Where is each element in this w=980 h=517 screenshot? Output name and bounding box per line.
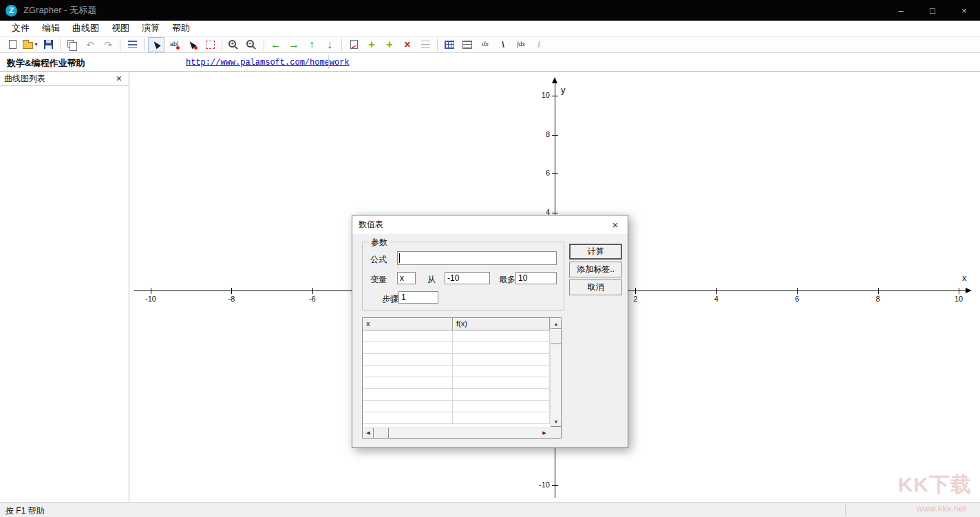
menu-item-graph[interactable]: 曲线图 — [66, 21, 105, 36]
table-header-x[interactable]: x — [363, 318, 453, 330]
add-graph-button[interactable]: + — [363, 37, 380, 52]
dialog-title-bar[interactable]: 数值表 × — [352, 215, 628, 234]
pan-right-button[interactable]: → — [286, 37, 302, 52]
delete-graph-button[interactable]: × — [399, 37, 416, 52]
table-horizontal-scrollbar[interactable]: ◀ ▶ — [363, 427, 550, 438]
tangent-tool-button[interactable]: \ — [495, 37, 511, 52]
variable-input[interactable] — [397, 272, 416, 284]
y-axis-arrow-icon — [552, 77, 557, 83]
scroll-left-icon[interactable]: ◀ — [363, 428, 374, 439]
variable-label: 变量 — [370, 274, 387, 286]
homework-help-link[interactable]: http://www.palamsoft.com/homework — [186, 58, 350, 67]
table-row — [363, 389, 550, 401]
menu-item-file[interactable]: 文件 — [6, 21, 36, 36]
interpolate-tool-button[interactable]: / — [531, 37, 547, 52]
table-cell-x — [363, 330, 453, 341]
table-row — [363, 412, 550, 424]
table-vertical-scrollbar[interactable]: ▲ ▼ — [550, 318, 561, 427]
step-input[interactable] — [398, 291, 438, 304]
menu-item-view[interactable]: 视图 — [105, 21, 136, 36]
zoom-window-tool-button[interactable] — [202, 37, 218, 52]
table-cell-fx — [453, 354, 550, 365]
help-bar-separator — [328, 55, 329, 69]
close-button[interactable]: × — [948, 0, 980, 21]
value-table-tool-button[interactable] — [441, 37, 458, 52]
scroll-down-icon[interactable]: ▼ — [551, 416, 562, 427]
table-header-row: x f(x) — [363, 318, 550, 330]
label-tool-button[interactable]: abl — [166, 37, 182, 52]
calculate-button[interactable]: 计算 — [569, 244, 622, 260]
max-label: 最多 — [499, 274, 515, 286]
copy-icon — [67, 40, 74, 48]
pan-down-button[interactable]: ↓ — [321, 37, 338, 52]
pan-up-button[interactable]: ↑ — [303, 37, 320, 52]
x-axis-tick-label: -6 — [302, 295, 323, 303]
new-file-button[interactable] — [4, 37, 21, 52]
y-axis-tick-label: 6 — [521, 169, 550, 177]
calc-table-tool-button[interactable] — [459, 37, 476, 52]
red-dot-icon — [194, 46, 198, 50]
value-table: x f(x) ▲ ▼ ◀ ▶ — [362, 317, 562, 439]
menu-item-calculate[interactable]: 演算 — [136, 21, 166, 36]
tangent-tool-icon: \ — [502, 40, 504, 49]
table-row — [363, 377, 550, 389]
scroll-right-icon[interactable]: ▶ — [539, 428, 550, 439]
pan-left-button[interactable]: ← — [268, 37, 284, 52]
zoom-in-icon: + — [228, 40, 236, 48]
interpolate-tool-icon: / — [537, 40, 540, 49]
x-axis-tick — [312, 288, 313, 294]
dialog-close-button[interactable]: × — [603, 215, 628, 234]
save-button[interactable] — [40, 37, 56, 52]
x-axis-tick-label: 8 — [868, 295, 888, 303]
table-cell-x — [363, 377, 453, 388]
x-axis-tick — [151, 288, 151, 294]
minimize-button[interactable]: – — [885, 0, 917, 21]
graph-properties-button[interactable] — [417, 37, 434, 52]
x-axis-tick — [231, 288, 232, 294]
add-table-button[interactable]: + — [381, 37, 398, 52]
table-cell-fx — [453, 377, 550, 388]
table-cell-x — [363, 366, 453, 377]
zoom-out-button[interactable]: − — [244, 37, 260, 52]
zoom-window-tool-icon — [206, 41, 215, 49]
formula-input[interactable] — [397, 251, 557, 265]
redo-button[interactable]: ↷ — [100, 37, 116, 52]
horizontal-scroll-thumb[interactable] — [374, 428, 389, 439]
table-row — [363, 366, 550, 377]
open-file-button[interactable]: ▾ — [22, 37, 39, 52]
table-cell-fx — [453, 401, 550, 412]
help-bar: 数学&编程作业帮助 http://www.palamsoft.com/homew… — [0, 53, 980, 72]
table-cell-fx — [453, 342, 550, 353]
from-input[interactable] — [445, 272, 490, 284]
pan-left-icon: ← — [270, 39, 281, 50]
add-label-button[interactable]: 添加标签.. — [569, 262, 622, 277]
copy-button[interactable] — [64, 37, 81, 52]
undo-button[interactable]: ↶ — [82, 37, 98, 52]
status-bar-separator — [845, 505, 846, 515]
text-caret — [399, 253, 400, 263]
graph-page-button[interactable] — [345, 37, 362, 52]
select-tool-button[interactable] — [148, 37, 164, 52]
scroll-up-icon[interactable]: ▲ — [551, 318, 562, 329]
y-axis-tick-label: 8 — [521, 130, 550, 138]
trace-point-tool-button[interactable] — [184, 37, 200, 52]
title-bar[interactable]: Z ZGrapher - 无标题 – □ × — [0, 0, 980, 21]
table-header-fx[interactable]: f(x) — [453, 318, 550, 330]
panel-close-icon[interactable]: × — [116, 74, 122, 83]
menu-item-edit[interactable]: 编辑 — [36, 21, 66, 36]
derivative-tool-button[interactable]: dx — [477, 37, 493, 52]
zoom-in-button[interactable]: + — [226, 37, 242, 52]
y-axis-tick — [552, 135, 558, 136]
cancel-button[interactable]: 取消 — [569, 279, 622, 295]
integral-tool-button[interactable]: ∫dx — [513, 37, 529, 52]
table-cell-x — [363, 389, 453, 400]
pan-up-icon: ↑ — [309, 39, 315, 50]
menu-item-help[interactable]: 帮助 — [166, 21, 196, 36]
help-bar-text: 数学&编程作业帮助 — [7, 57, 85, 70]
vertical-scroll-thumb[interactable] — [551, 329, 562, 344]
curve-list-button[interactable] — [124, 37, 140, 52]
max-input[interactable] — [515, 272, 557, 284]
maximize-button[interactable]: □ — [917, 0, 948, 21]
dropdown-arrow-icon: ▾ — [34, 41, 37, 48]
x-axis-tick — [716, 288, 717, 294]
